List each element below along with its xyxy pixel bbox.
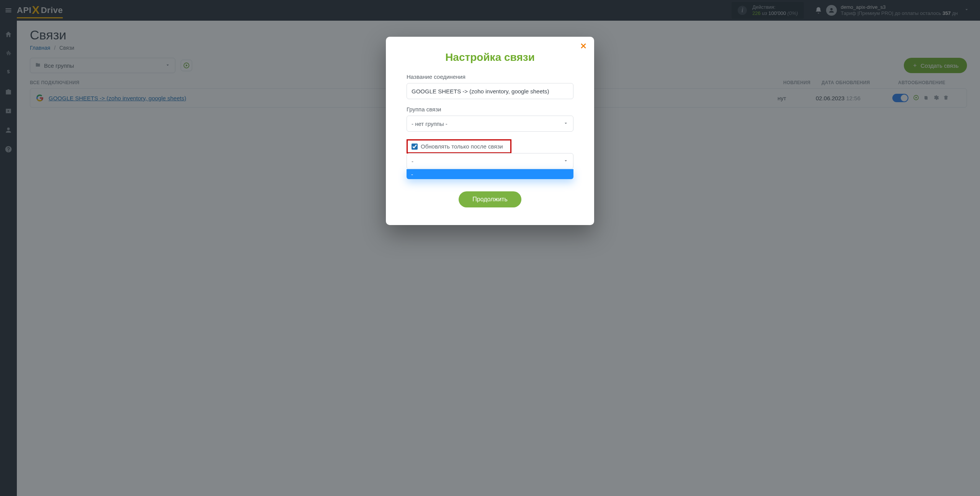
checkbox-label: Обновлять только после связи xyxy=(421,143,503,150)
label-connection-name: Название соединения xyxy=(407,73,573,80)
update-after-checkbox[interactable]: Обновлять только после связи xyxy=(407,139,511,153)
update-after-checkbox-input[interactable] xyxy=(412,144,418,150)
after-connection-select[interactable]: - xyxy=(407,153,573,169)
modal-title: Настройка связи xyxy=(407,51,573,64)
group-select[interactable]: - нет группы - xyxy=(407,116,573,132)
close-icon[interactable] xyxy=(580,42,587,51)
connection-name-input[interactable] xyxy=(407,83,573,99)
chevron-down-icon xyxy=(563,121,568,127)
group-select-value: - нет группы - xyxy=(412,121,448,127)
label-group: Группа связи xyxy=(407,106,573,113)
after-select-value: - xyxy=(412,158,413,165)
modal-overlay[interactable]: Настройка связи Название соединения Груп… xyxy=(0,0,980,496)
dropdown-option[interactable]: - xyxy=(407,169,573,179)
connection-settings-modal: Настройка связи Название соединения Груп… xyxy=(386,37,594,225)
continue-button[interactable]: Продолжить xyxy=(459,191,521,207)
chevron-down-icon xyxy=(563,158,568,165)
